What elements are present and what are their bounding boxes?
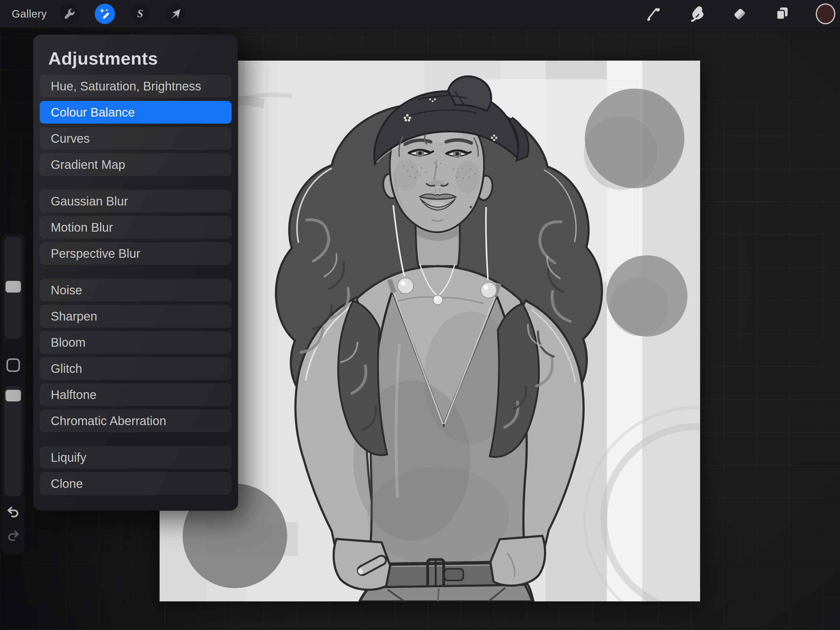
drawing-canvas[interactable] xyxy=(159,60,700,602)
opacity-slider[interactable] xyxy=(4,386,22,496)
menu-item-halftone[interactable]: Halftone xyxy=(39,383,232,406)
transform-button[interactable] xyxy=(166,4,186,24)
brush-icon xyxy=(644,5,662,22)
brush-size-handle[interactable] xyxy=(6,281,21,293)
top-toolbar: Gallery S xyxy=(0,0,840,28)
menu-item-chromatic-aberration[interactable]: Chromatic Aberration xyxy=(39,410,232,432)
redo-icon[interactable] xyxy=(6,529,20,543)
adjustments-menu: Hue, Saturation, BrightnessColour Balanc… xyxy=(39,75,232,495)
paint-button[interactable] xyxy=(643,0,663,28)
sidebar-rail xyxy=(1,233,25,554)
menu-item-bloom[interactable]: Bloom xyxy=(39,331,232,354)
menu-item-perspective-blur[interactable]: Perspective Blur xyxy=(39,242,232,265)
layers-button[interactable] xyxy=(772,0,792,28)
menu-item-gradient-map[interactable]: Gradient Map xyxy=(39,153,232,176)
modify-button[interactable] xyxy=(6,358,20,372)
menu-item-curves[interactable]: Curves xyxy=(39,127,232,150)
eraser-icon xyxy=(731,5,748,23)
menu-item-glitch[interactable]: Glitch xyxy=(39,357,232,380)
selection-s-icon: S xyxy=(133,7,147,21)
magic-wand-icon xyxy=(98,7,112,21)
adjustments-button[interactable] xyxy=(95,4,115,24)
menu-item-noise[interactable]: Noise xyxy=(39,279,232,301)
menu-item-gaussian-blur[interactable]: Gaussian Blur xyxy=(39,190,232,212)
undo-icon[interactable] xyxy=(6,505,20,519)
adjustments-panel: Adjustments Hue, Saturation, BrightnessC… xyxy=(33,35,238,511)
menu-item-sharpen[interactable]: Sharpen xyxy=(39,305,232,328)
layers-icon xyxy=(773,5,791,23)
smudge-finger-icon xyxy=(688,5,706,23)
selection-button[interactable]: S xyxy=(130,4,150,24)
svg-text:S: S xyxy=(137,8,143,20)
gallery-button[interactable]: Gallery xyxy=(12,0,47,28)
actions-button[interactable] xyxy=(59,4,80,24)
menu-item-colour-balance[interactable]: Colour Balance xyxy=(39,101,232,123)
menu-item-liquify[interactable]: Liquify xyxy=(39,446,232,469)
smudge-button[interactable] xyxy=(687,0,707,28)
opacity-handle[interactable] xyxy=(6,390,21,401)
wrench-icon xyxy=(63,7,76,20)
color-swatch[interactable] xyxy=(816,3,835,24)
menu-item-motion-blur[interactable]: Motion Blur xyxy=(39,216,232,239)
menu-item-clone[interactable]: Clone xyxy=(39,472,232,495)
menu-item-hue-saturation-brightness[interactable]: Hue, Saturation, Brightness xyxy=(39,75,232,98)
erase-button[interactable] xyxy=(729,0,750,28)
canvas-artwork xyxy=(159,60,700,602)
panel-title: Adjustments xyxy=(48,48,232,69)
transform-arrow-icon xyxy=(169,7,182,21)
